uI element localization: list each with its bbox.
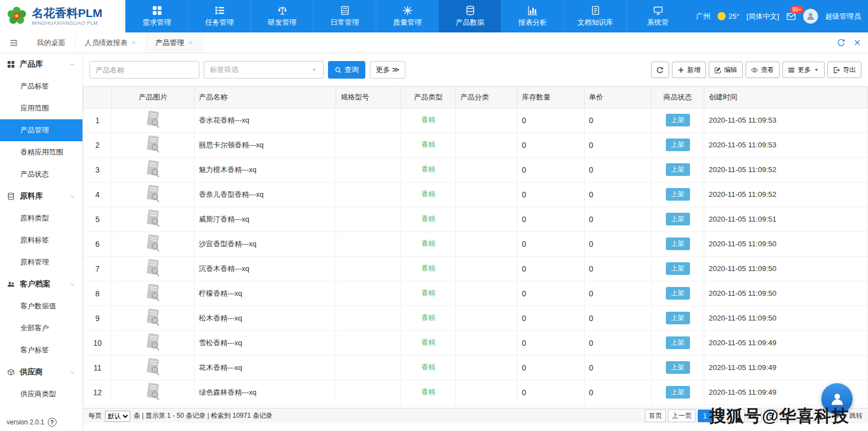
- sidebar-item[interactable]: 原料管理: [0, 251, 82, 273]
- more-button[interactable]: 更多: [782, 62, 825, 78]
- sidebar-item[interactable]: 供应商类型: [0, 383, 82, 405]
- table-row[interactable]: 12绿色森林香精---xq香精00上架2020-11-05 11:09:49: [84, 380, 868, 405]
- first-page-button[interactable]: 首页: [645, 410, 666, 422]
- nav-item-grid[interactable]: 需求管理: [125, 0, 188, 32]
- nav-item-scale[interactable]: 研发管理: [251, 0, 313, 32]
- table-row[interactable]: 10雪松香精---xq香精00上架2020-11-05 11:09:49: [84, 330, 868, 355]
- column-header[interactable]: 库存数量: [518, 87, 585, 108]
- close-icon[interactable]: [188, 40, 193, 45]
- mail-button[interactable]: 99+: [786, 12, 796, 21]
- sidebar-item[interactable]: 原料标签: [0, 229, 82, 251]
- export-button[interactable]: 导出: [827, 62, 861, 78]
- nav-item-monitor[interactable]: 系统管: [626, 0, 689, 32]
- prev-page-button[interactable]: 上一页: [668, 410, 695, 422]
- sidebar-item[interactable]: 产品状态: [0, 163, 82, 185]
- tab-item[interactable]: 产品管理: [146, 32, 203, 53]
- logo[interactable]: 名花香料PLM MINGHUAXIANGLIAO PLM: [0, 0, 125, 32]
- tab-item[interactable]: 人员绩效报表: [75, 32, 146, 53]
- image-placeholder-icon[interactable]: [143, 282, 164, 303]
- created-time-cell: 2020-11-05 11:09:50: [704, 231, 868, 256]
- sidebar-item[interactable]: 产品标签: [0, 75, 82, 97]
- column-header[interactable]: 创建时间: [704, 87, 868, 108]
- refresh-button[interactable]: [651, 62, 669, 78]
- column-header[interactable]: 单价: [585, 87, 652, 108]
- column-header[interactable]: 产品类型: [401, 87, 456, 108]
- tag-filter-select[interactable]: 标签筛选: [204, 61, 324, 79]
- sidebar-item[interactable]: 香精应用范围: [0, 141, 82, 163]
- image-placeholder-icon[interactable]: [143, 381, 164, 402]
- product-name-cell: 沉香木香精---xq: [194, 256, 336, 281]
- tab-item[interactable]: 我的桌面: [27, 32, 75, 53]
- table-row[interactable]: 8柠檬香精---xq香精00上架2020-11-05 11:09:50: [84, 281, 868, 306]
- table-row[interactable]: 4香奈儿香型香精---xq香精00上架2020-11-05 11:09:52: [84, 182, 868, 207]
- sidebar-group-header[interactable]: 供应商: [0, 361, 82, 383]
- sidebar-group-header[interactable]: 原料库: [0, 185, 82, 207]
- image-placeholder-icon[interactable]: [143, 257, 164, 278]
- sidebar-item[interactable]: 原料类型: [0, 207, 82, 229]
- sidebar-group-header[interactable]: 产品库: [0, 53, 82, 75]
- column-header[interactable]: 规格型号: [336, 87, 401, 108]
- image-placeholder-icon[interactable]: [143, 307, 164, 328]
- sidebar-item[interactable]: 应用范围: [0, 97, 82, 119]
- chevron-down-icon: [69, 281, 75, 288]
- column-header[interactable]: 产品图片: [112, 87, 194, 108]
- refresh-tab-button[interactable]: [837, 38, 845, 47]
- table-row[interactable]: 11花木香精---xq香精00上架2020-11-05 11:09:49: [84, 355, 868, 380]
- username-label[interactable]: 超级管理员: [825, 12, 868, 21]
- page-button[interactable]: 3: [731, 410, 745, 422]
- add-button[interactable]: 新增: [672, 62, 706, 78]
- column-header[interactable]: 产品分类: [456, 87, 518, 108]
- page-button[interactable]: 2: [714, 410, 728, 422]
- edit-button[interactable]: 编辑: [709, 62, 743, 78]
- image-placeholder-icon[interactable]: [143, 356, 164, 377]
- sidebar-item[interactable]: 全部客户: [0, 317, 82, 339]
- nav-item-snowflake[interactable]: 质量管理: [376, 0, 438, 32]
- image-placeholder-icon[interactable]: [143, 109, 164, 130]
- customer-service-button[interactable]: [821, 383, 853, 415]
- table-row[interactable]: 1香水花香精---xq香精00上架2020-11-05 11:09:53: [84, 108, 868, 132]
- image-placeholder-icon[interactable]: [143, 183, 164, 204]
- product-name-input[interactable]: [90, 61, 199, 79]
- search-button[interactable]: 查询: [328, 61, 365, 79]
- column-header[interactable]: [84, 87, 112, 108]
- table-row[interactable]: 5威斯汀香精---xq香精00上架2020-11-05 11:09:51: [84, 207, 868, 231]
- sidebar-collapse-button[interactable]: [0, 32, 27, 53]
- avatar[interactable]: [803, 9, 818, 24]
- page-button[interactable]: 5: [764, 410, 778, 422]
- column-header[interactable]: 产品名称: [194, 87, 336, 108]
- page-button[interactable]: 6: [780, 410, 794, 422]
- filter-more-button[interactable]: 更多 ≫: [370, 61, 405, 79]
- column-header[interactable]: 商品状态: [652, 87, 704, 108]
- close-icon[interactable]: [131, 40, 136, 45]
- page-button[interactable]: 8: [813, 410, 827, 422]
- nav-item-document[interactable]: 文档知识库: [564, 0, 626, 32]
- sidebar-group-header[interactable]: 客户档案: [0, 273, 82, 295]
- nav-item-chart[interactable]: 报表分析: [501, 0, 564, 32]
- jump-label[interactable]: 跳转: [849, 411, 863, 421]
- city-label[interactable]: 广州: [696, 12, 710, 21]
- sidebar-item[interactable]: 产品管理: [0, 119, 82, 141]
- language-switcher[interactable]: [简体中文]: [747, 12, 779, 21]
- table-row[interactable]: 6沙宣香型香精---xq香精00上架2020-11-05 11:09:50: [84, 231, 868, 256]
- image-placeholder-icon[interactable]: [143, 233, 164, 253]
- image-placeholder-icon[interactable]: [143, 158, 164, 179]
- sidebar-item[interactable]: 客户数据值: [0, 295, 82, 317]
- close-tabs-button[interactable]: [853, 38, 861, 47]
- table-row[interactable]: 9松木香精---xq香精00上架2020-11-05 11:09:50: [84, 306, 868, 330]
- table-row[interactable]: 2丽思卡尔顿香精---xq香精00上架2020-11-05 11:09:53: [84, 132, 868, 157]
- sidebar-item[interactable]: 客户标签: [0, 339, 82, 361]
- image-placeholder-icon[interactable]: [143, 208, 164, 229]
- image-placeholder-icon[interactable]: [143, 331, 164, 352]
- page-button[interactable]: 4: [747, 410, 761, 422]
- page-button[interactable]: 1: [698, 410, 712, 422]
- nav-item-calculator[interactable]: 日常管理: [313, 0, 376, 32]
- per-page-select[interactable]: 默认: [105, 411, 130, 422]
- help-icon[interactable]: ?: [48, 418, 57, 427]
- table-row[interactable]: 3魅力檀木香精---xq香精00上架2020-11-05 11:09:52: [84, 157, 868, 182]
- nav-item-tasks[interactable]: 任务管理: [188, 0, 251, 32]
- nav-item-database[interactable]: 产品数据: [438, 0, 501, 32]
- page-button[interactable]: 7: [797, 410, 811, 422]
- table-row[interactable]: 7沉香木香精---xq香精00上架2020-11-05 11:09:50: [84, 256, 868, 281]
- image-placeholder-icon[interactable]: [143, 134, 164, 154]
- view-button[interactable]: 查看: [745, 62, 780, 78]
